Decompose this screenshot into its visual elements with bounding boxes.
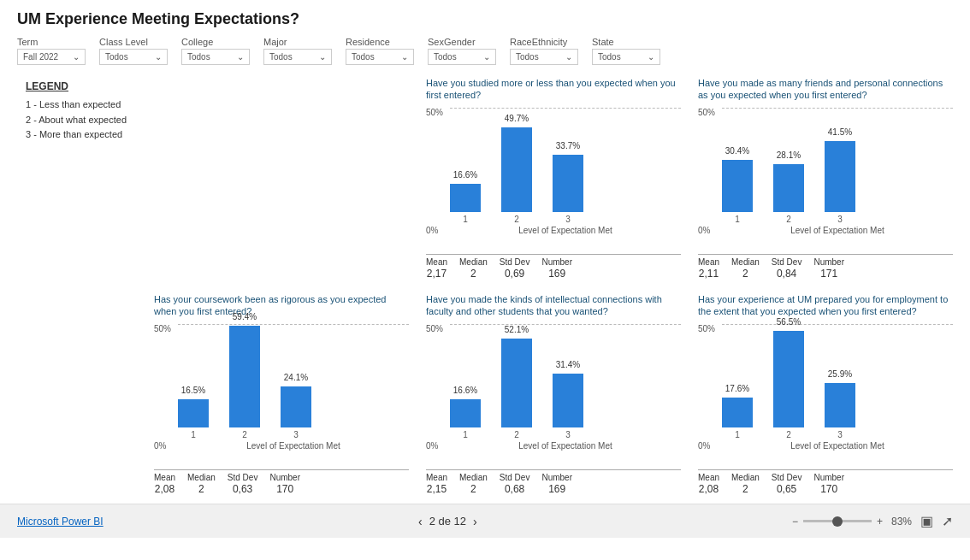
chart-employment-bar-2-xlabel: 2 (786, 430, 791, 439)
prev-page-arrow[interactable]: ‹ (418, 515, 423, 528)
raceethnicity-filter[interactable]: Todos ⌄ (510, 49, 578, 65)
chart-friends: Have you made as many friends and person… (689, 72, 961, 288)
chart-intellectual-stat-mean-value: 2,15 (427, 483, 447, 495)
chart-studied-stat-number-value: 169 (548, 268, 565, 280)
zoom-level: 83% (891, 516, 912, 528)
chart-coursework-stat-median: Median2 (187, 473, 216, 495)
chart-intellectual-bar-2: 52.1%2 (501, 339, 532, 439)
chart-employment-stat-stddev-value: 0,65 (777, 483, 796, 495)
chart-intellectual-stat-stddev-value: 0,68 (505, 483, 524, 495)
class-level-filter[interactable]: Todos ⌄ (99, 49, 168, 65)
chart-studied-question: Have you studied more or less than you e… (426, 77, 681, 104)
state-filter-label: State (592, 37, 660, 47)
chart-employment-stat-number-value: 170 (820, 483, 837, 495)
chart-coursework-bar-1-pct: 16.5% (178, 386, 209, 395)
chart-coursework-stat-number-header: Number (269, 473, 300, 482)
chart-friends-question: Have you made as many friends and person… (698, 77, 953, 104)
zoom-minus-icon[interactable]: − (792, 516, 798, 528)
chart-intellectual-bar-3-pct: 31.4% (553, 360, 583, 369)
chart-coursework-stat-number-value: 170 (276, 483, 293, 495)
chart-coursework-stat-mean-value: 2,08 (155, 483, 174, 495)
chart-studied-stat-median: Median2 (459, 257, 488, 280)
raceethnicity-filter-group: RaceEthnicity Todos ⌄ (510, 37, 578, 65)
chart-coursework-stat-median-value: 2 (198, 483, 204, 495)
chart-coursework-x-axis-title: Level of Expectation Met (178, 441, 409, 451)
chart-employment-stat-number-header: Number (813, 473, 844, 482)
chart-friends-stat-mean-value: 2,11 (699, 268, 719, 280)
college-filter[interactable]: Todos ⌄ (181, 49, 250, 65)
chart-friends-stat-median: Median2 (731, 257, 760, 280)
chart-intellectual-stat-mean: Mean2,15 (426, 473, 447, 495)
state-filter[interactable]: Todos ⌄ (592, 49, 660, 65)
sexgender-filter-label: SexGender (428, 37, 496, 47)
zoom-plus-icon[interactable]: + (877, 516, 883, 528)
chart-friends-x-axis-title: Level of Expectation Met (722, 226, 953, 235)
chart-studied-stat-number: Number169 (541, 257, 572, 280)
chart-friends-stat-median-value: 2 (742, 268, 748, 280)
chart-coursework-bar-3-xlabel: 3 (293, 430, 299, 439)
fit-page-icon[interactable]: ▣ (920, 513, 933, 529)
chart-studied-bar-3: 33.7%3 (553, 155, 583, 224)
raceethnicity-filter-label: RaceEthnicity (510, 37, 578, 47)
chart-friends-bar-1-pct: 30.4% (722, 146, 753, 156)
major-filter[interactable]: Todos ⌄ (263, 49, 332, 65)
chart-intellectual-stat-number: Number169 (541, 473, 572, 495)
chart-studied-stats: Mean2,17Median2Std Dev0,69Number169 (426, 254, 681, 283)
chart-coursework-stat-number: Number170 (269, 473, 300, 495)
chart-coursework-bar-2-pct: 59.4% (229, 312, 260, 321)
chart-employment-bar-3-pct: 25.9% (825, 369, 855, 379)
chart-employment-stat-median-header: Median (731, 473, 760, 482)
chart-friends-stat-number: Number171 (813, 257, 844, 280)
chart-studied-bar-2-pct: 49.7% (501, 114, 532, 123)
chart-intellectual: Have you made the kinds of intellectual … (417, 288, 689, 504)
residence-filter[interactable]: Todos ⌄ (346, 49, 414, 65)
chart-studied-bar-2: 49.7%2 (501, 127, 532, 224)
chart-studied-bar-1-xlabel: 1 (463, 215, 468, 224)
chart-coursework-bar-2-xlabel: 2 (242, 430, 247, 439)
chart-friends-stat-stddev-value: 0,84 (777, 268, 796, 280)
chart-employment-bar-1: 17.6%1 (722, 398, 753, 439)
next-page-arrow[interactable]: › (473, 515, 477, 528)
chart-intellectual-stat-number-header: Number (541, 473, 572, 482)
chart-studied-stat-stddev-header: Std Dev (500, 257, 530, 267)
chart-friends-stats: Mean2,11Median2Std Dev0,84Number171 (698, 254, 953, 283)
chart-employment-x-axis-title: Level of Expectation Met (722, 441, 953, 451)
chart-friends-y50-label: 50% (698, 108, 715, 117)
chart-intellectual-bar-2-pct: 52.1% (501, 325, 532, 334)
chart-intellectual-stat-median-header: Median (459, 473, 488, 482)
filter-bar: Term Fall 2022 ⌄ Class Level Todos ⌄ Col… (0, 33, 970, 72)
chart-studied-bar-3-xlabel: 3 (565, 215, 571, 224)
empty-cell (145, 72, 417, 288)
class-level-filter-label: Class Level (99, 37, 168, 47)
chart-friends-stat-number-value: 171 (820, 268, 837, 280)
chart-intellectual-stat-stddev: Std Dev0,68 (500, 473, 530, 495)
zoom-control[interactable]: − + (792, 516, 883, 528)
chart-employment: Has your experience at UM prepared you f… (689, 288, 961, 504)
pagination-text: 2 de 12 (429, 515, 466, 528)
powerbi-brand-link[interactable]: Microsoft Power BI (17, 516, 104, 528)
chart-coursework-question: Has your coursework been as rigorous as … (154, 293, 409, 321)
chart-friends-stat-mean-header: Mean (698, 257, 719, 267)
chart-employment-y50-label: 50% (698, 324, 715, 333)
chart-intellectual-bar-3: 31.4%3 (553, 374, 583, 439)
term-filter[interactable]: Fall 2022 ⌄ (17, 49, 86, 65)
chart-studied-y0-label: 0% (426, 226, 438, 235)
legend-item: 3 - More than expected (26, 127, 128, 143)
chart-studied-y50-label: 50% (426, 108, 443, 117)
chart-studied-stat-mean-header: Mean (426, 257, 447, 267)
chart-employment-stat-median: Median2 (731, 473, 760, 495)
chart-employment-y0-label: 0% (698, 441, 710, 451)
chart-intellectual-stat-stddev-header: Std Dev (500, 473, 530, 482)
chart-studied-stat-mean-value: 2,17 (427, 268, 447, 280)
chart-coursework-stat-stddev: Std Dev0,63 (228, 473, 258, 495)
chart-intellectual-bar-2-xlabel: 2 (514, 430, 519, 439)
chart-employment-stats: Mean2,08Median2Std Dev0,65Number170 (698, 469, 953, 498)
chart-studied-x-axis-title: Level of Expectation Met (450, 226, 681, 235)
sexgender-filter[interactable]: Todos ⌄ (428, 49, 496, 65)
chart-coursework-stat-median-header: Median (187, 473, 216, 482)
chart-studied-bar-1: 16.6%1 (450, 184, 481, 224)
chart-intellectual-stat-number-value: 169 (548, 483, 565, 495)
chart-intellectual-bar-3-xlabel: 3 (565, 430, 571, 439)
chart-employment-bar-3-xlabel: 3 (837, 430, 843, 439)
fullscreen-icon[interactable]: ➚ (942, 513, 953, 529)
